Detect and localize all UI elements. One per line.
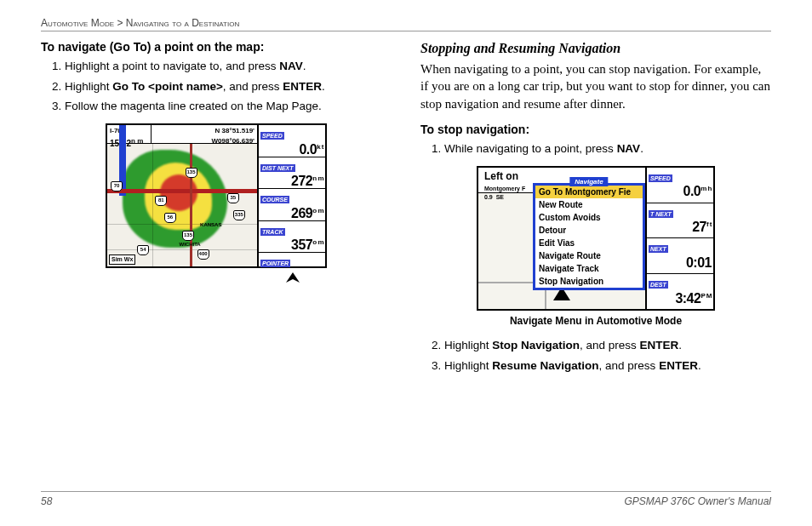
breadcrumb-sub: Navigating to a Destination [126,17,239,29]
map-label: WICHITA [179,241,200,249]
menu-item[interactable]: Custom Avoids [535,211,643,224]
list-item: Highlight Stop Navigation, and press ENT… [444,337,771,354]
field-label: DEST [649,281,668,289]
map-label: KANSAS [200,221,221,229]
menu-item[interactable]: Detour [535,224,643,237]
data-fields: SPEED0.0m h T NEXT27f t NEXT0:01 DEST3:4… [647,168,713,309]
steps-list: Highlight a point to navigate to, and pr… [41,58,392,115]
field-label: DIST NEXT [260,164,295,172]
steps-list: Highlight Stop Navigation, and press ENT… [420,337,771,374]
field-label: COURSE [260,196,289,203]
page-number: 58 [41,495,52,507]
breadcrumb: Automotive Mode > Navigating to a Destin… [41,17,771,31]
pointer-arrow-icon [260,271,323,284]
shield-icon: 400 [197,249,209,260]
sim-wx-badge: Sim Wx [109,254,135,265]
svg-marker-0 [286,272,300,283]
figure-nav-menu: Left on Montgomery F 0.9 SE [420,166,771,329]
left-column: To navigate (Go To) a point on the map: … [41,38,392,382]
field-label: TRACK [260,228,285,236]
gps-screenshot-nav-menu: Left on Montgomery F 0.9 SE [477,166,715,311]
section-heading: Stopping and Resuming Navigation [420,38,771,58]
map-topbar: I-70 155.2n m N 38°51.519' W098°06.639' [107,125,257,144]
menu-item[interactable]: Navigate Track [535,262,643,275]
manual-title: GPSMAP 376C Owner's Manual [624,495,771,507]
shield-icon: 56 [164,213,176,223]
page-footer: 58 GPSMAP 376C Owner's Manual [41,491,771,507]
shield-icon: 135 [186,168,197,178]
menu-item[interactable]: Edit Vias [535,237,643,249]
field-label: POINTER [260,260,290,267]
highway-line [107,189,257,193]
breadcrumb-section: Automotive Mode [41,17,114,29]
figure-map: I-70 155.2n m N 38°51.519' W098°06.639' [41,123,392,268]
body-text: When navigating to a point, you can stop… [420,60,771,112]
shield-icon: 335 [233,210,245,220]
shield-icon: 35 [227,193,239,203]
list-item: Follow the magenta line created on the M… [65,98,392,115]
right-column: Stopping and Resuming Navigation When na… [420,38,771,382]
menu-item[interactable]: Navigate Route [535,249,643,262]
menu-item[interactable]: Go To Montgomery Fie [535,186,643,198]
task-heading: To navigate (Go To) a point on the map: [41,38,392,55]
field-label: SPEED [649,174,672,182]
gps-screenshot-map: I-70 155.2n m N 38°51.519' W098°06.639' [106,123,327,268]
task-heading: To stop navigation: [420,121,771,138]
map-pane: Left on Montgomery F 0.9 SE [478,168,647,309]
figure-caption: Navigate Menu in Automotive Mode [510,314,682,329]
shield-icon: 70 [111,181,123,192]
shield-icon: 81 [155,196,167,206]
map-pane: I-70 155.2n m N 38°51.519' W098°06.639' [107,125,259,266]
menu-title: Navigate [569,177,608,187]
field-label: SPEED [260,132,284,140]
shield-icon: 54 [137,245,149,255]
menu-item[interactable]: New Route [535,198,643,211]
field-label: NEXT [649,245,668,253]
list-item: Highlight Resume Navigation, and press E… [444,357,771,374]
navigate-menu[interactable]: Navigate Go To Montgomery Fie New Route … [533,183,645,290]
field-label: T NEXT [649,210,673,218]
shield-icon: 135 [182,231,194,241]
steps-list: While navigating to a point, press NAV. [420,140,771,157]
list-item: Highlight a point to navigate to, and pr… [65,58,392,75]
list-item: While navigating to a point, press NAV. [444,140,771,157]
list-item: Highlight Go To <point name>, and press … [65,78,392,95]
data-fields: SPEED0.0k t DIST NEXT272n m COURSE269o m… [259,125,325,266]
menu-item[interactable]: Stop Navigation [535,275,643,288]
